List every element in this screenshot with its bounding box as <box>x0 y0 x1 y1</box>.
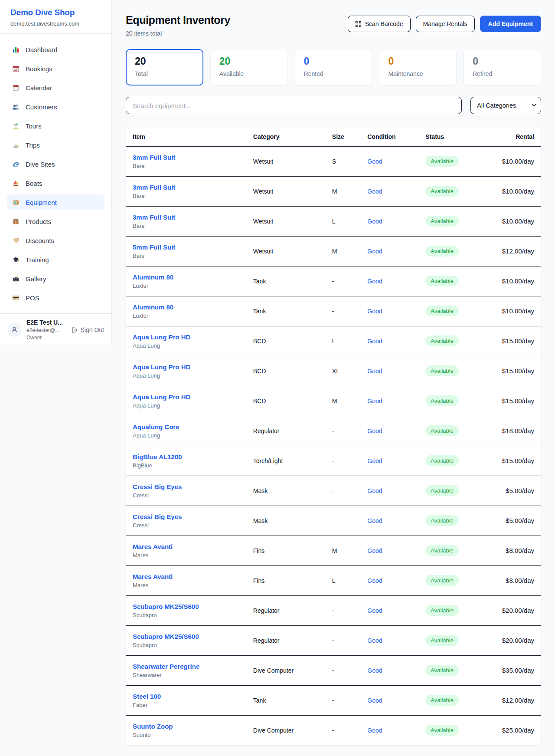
sidebar-item-label: Dashboard <box>26 46 57 53</box>
sidebar-item-customers[interactable]: Customers <box>7 99 104 115</box>
item-condition-link[interactable]: Good <box>367 308 382 315</box>
stat-card-maintenance[interactable]: 0 Maintenance <box>379 49 457 85</box>
search-input[interactable] <box>126 97 462 114</box>
credit-card-icon <box>11 293 20 302</box>
item-condition-link[interactable]: Good <box>367 368 382 375</box>
item-condition-link[interactable]: Good <box>367 398 382 404</box>
sidebar-item-tours[interactable]: Tours <box>7 118 104 134</box>
item-name-link[interactable]: Aqua Lung Pro HD <box>133 333 239 341</box>
item-name-link[interactable]: Scubapro MK25/S600 <box>133 633 239 640</box>
item-name-link[interactable]: Mares Avanti <box>133 543 239 550</box>
sidebar-item-products[interactable]: Products <box>7 214 104 229</box>
item-condition-link[interactable]: Good <box>367 577 382 584</box>
status-badge: Available <box>425 725 459 736</box>
item-name-link[interactable]: Aluminum 80 <box>133 303 239 311</box>
sidebar-item-label: Training <box>26 256 49 263</box>
stat-card-available[interactable]: 20 Available <box>210 49 288 85</box>
item-condition-link[interactable]: Good <box>367 158 382 165</box>
item-rental-rate: $12.00/day <box>491 236 541 266</box>
item-condition-link[interactable]: Good <box>367 607 382 614</box>
sidebar-item-boats[interactable]: Boats <box>7 175 104 191</box>
item-name-link[interactable]: 3mm Full Suit <box>133 214 239 221</box>
item-name-link[interactable]: Shearwater Peregrine <box>133 663 239 670</box>
item-condition-link[interactable]: Good <box>367 338 382 345</box>
sidebar-item-label: Equipment <box>26 199 57 206</box>
item-condition-link[interactable]: Good <box>367 697 382 704</box>
item-condition-link[interactable]: Good <box>367 637 382 644</box>
stat-card-retired[interactable]: 0 Retired <box>464 49 541 85</box>
item-brand: Mares <box>133 582 239 588</box>
item-name-link[interactable]: Scubapro MK25/S600 <box>133 603 239 610</box>
dive-mask-icon <box>11 198 20 207</box>
item-size: - <box>325 625 360 655</box>
item-condition-link[interactable]: Good <box>367 427 382 434</box>
item-category: BCD <box>246 356 325 386</box>
item-name-link[interactable]: Aqua Lung Pro HD <box>133 393 239 401</box>
item-name-link[interactable]: 5mm Full Suit <box>133 243 239 251</box>
stat-value-available: 20 <box>219 56 279 67</box>
item-condition-link[interactable]: Good <box>367 188 382 195</box>
item-name-link[interactable]: BigBlue AL1200 <box>133 453 239 460</box>
item-size: M <box>325 386 360 416</box>
item-brand: Bare <box>133 223 239 229</box>
stat-card-total[interactable]: 20 Total <box>126 49 203 85</box>
barcode-scan-icon <box>355 21 362 27</box>
sidebar-item-dive-sites[interactable]: Dive Sites <box>7 156 104 172</box>
sidebar-item-training[interactable]: Training <box>7 252 104 267</box>
item-category: Tank <box>246 296 325 326</box>
sidebar-item-bookings[interactable]: 17 Bookings <box>7 61 104 76</box>
item-name-link[interactable]: Aqualung Core <box>133 423 239 431</box>
sign-out-icon <box>72 327 78 333</box>
item-condition-link[interactable]: Good <box>367 667 382 674</box>
palm-tree-icon <box>11 122 20 130</box>
item-rental-rate: $35.00/day <box>491 655 541 685</box>
stat-card-rented[interactable]: 0 Rented <box>295 49 372 85</box>
item-name-link[interactable]: Cressi Big Eyes <box>133 483 239 490</box>
item-size: - <box>325 296 360 326</box>
table-row: Steel 100 Faber Tank - Good Available $1… <box>126 685 541 715</box>
item-condition-link[interactable]: Good <box>367 248 382 255</box>
table-row: Aluminum 80 Luxfer Tank - Good Available… <box>126 266 541 296</box>
manage-rentals-button[interactable]: Manage Rentals <box>416 16 475 32</box>
sidebar-item-label: Products <box>26 218 51 225</box>
sidebar-item-dashboard[interactable]: Dashboard <box>7 42 104 57</box>
item-category: Wetsuit <box>246 176 325 206</box>
sidebar-item-equipment[interactable]: Equipment <box>7 194 104 210</box>
item-condition-link[interactable]: Good <box>367 218 382 225</box>
item-name-link[interactable]: Mares Avanti <box>133 573 239 580</box>
item-name-link[interactable]: Suunto Zoop <box>133 723 239 730</box>
item-brand: Bare <box>133 253 239 259</box>
item-condition-link[interactable]: Good <box>367 457 382 464</box>
item-brand: Suunto <box>133 732 239 738</box>
item-name-link[interactable]: Aqua Lung Pro HD <box>133 363 239 371</box>
item-name-link[interactable]: Cressi Big Eyes <box>133 513 239 520</box>
item-name-link[interactable]: Aluminum 80 <box>133 273 239 281</box>
status-badge: Available <box>425 515 459 526</box>
item-size: S <box>325 146 360 176</box>
item-category: Fins <box>246 536 325 565</box>
speedboat-icon <box>11 141 20 149</box>
item-condition-link[interactable]: Good <box>367 547 382 554</box>
sidebar-item-calendar[interactable]: Calendar <box>7 80 104 95</box>
item-condition-link[interactable]: Good <box>367 487 382 494</box>
scan-barcode-button[interactable]: Scan Barcode <box>348 16 411 32</box>
item-condition-link[interactable]: Good <box>367 278 382 285</box>
item-rental-rate: $10.00/day <box>491 176 541 206</box>
item-condition-link[interactable]: Good <box>367 517 382 524</box>
table-row: Mares Avanti Mares Fins L Good Available… <box>126 565 541 595</box>
sidebar-item-trips[interactable]: Trips <box>7 137 104 153</box>
item-size: M <box>325 176 360 206</box>
sidebar-item-pos[interactable]: POS <box>7 290 104 306</box>
sign-out-button[interactable]: Sign Out <box>72 326 104 333</box>
item-brand: Mares <box>133 552 239 559</box>
item-condition-link[interactable]: Good <box>367 727 382 734</box>
item-name-link[interactable]: 3mm Full Suit <box>133 154 239 161</box>
item-name-link[interactable]: 3mm Full Suit <box>133 184 239 191</box>
sidebar-item-gallery[interactable]: Gallery <box>7 271 104 286</box>
add-equipment-button[interactable]: Add Equipment <box>480 16 541 32</box>
item-name-link[interactable]: Steel 100 <box>133 693 239 700</box>
item-rental-rate: $8.00/day <box>491 536 541 565</box>
category-select[interactable]: All Categories <box>470 97 541 114</box>
sidebar-item-label: Dive Sites <box>26 161 55 168</box>
sidebar-item-discounts[interactable]: Discounts <box>7 233 104 248</box>
